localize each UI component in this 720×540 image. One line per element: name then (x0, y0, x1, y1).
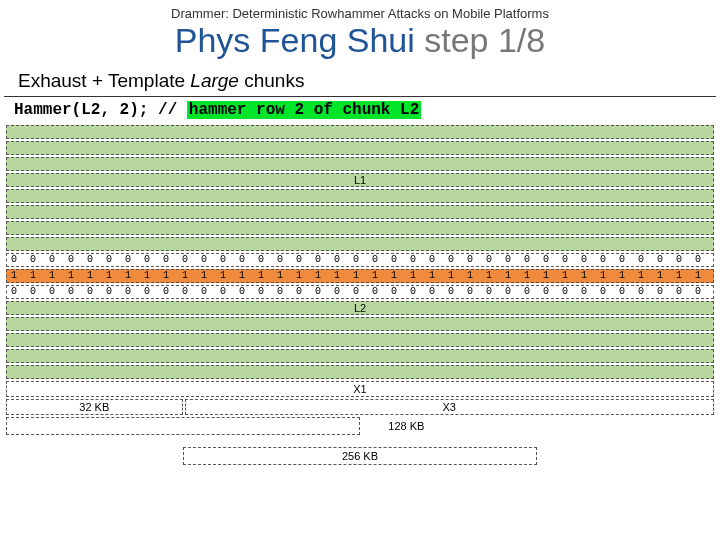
box-128kb (6, 417, 360, 435)
bits-zeros: 0 0 0 0 0 0 0 0 0 0 0 0 0 0 0 0 0 0 0 0 … (11, 254, 709, 266)
x1-label: X1 (353, 383, 366, 395)
kb256-label: 256 KB (342, 450, 378, 462)
title-blue: Phys Feng Shui (175, 21, 424, 59)
kb32-label: 32 KB (79, 401, 109, 413)
mem-row (6, 317, 714, 331)
mem-row-l1: L1 (6, 173, 714, 187)
mem-row-l2: L2 (6, 301, 714, 315)
subheading: Exhaust + Template Large chunks (4, 66, 716, 97)
row-128kb: 128 KB (6, 417, 714, 435)
title-grey: step 1/8 (424, 21, 545, 59)
mem-row (6, 237, 714, 251)
mem-row (6, 349, 714, 363)
slide-title: Phys Feng Shui step 1/8 (0, 21, 720, 66)
paper-title: Drammer: Deterministic Rowhammer Attacks… (0, 0, 720, 21)
kb128-label: 128 KB (388, 420, 424, 432)
seg-x3: X3 (185, 399, 715, 415)
l1-label: L1 (354, 174, 366, 186)
seg-32kb: 32 KB (6, 399, 183, 415)
mem-row-zeros: 0 0 0 0 0 0 0 0 0 0 0 0 0 0 0 0 0 0 0 0 … (6, 285, 714, 299)
sub-c: chunks (239, 70, 304, 91)
code-call: Hammer(L2, 2); // (14, 101, 187, 119)
sub-a: Exhaust + Template (18, 70, 190, 91)
mem-row (6, 125, 714, 139)
memory-diagram: L1 0 0 0 0 0 0 0 0 0 0 0 0 0 0 0 0 0 0 0… (6, 125, 714, 465)
mem-row (6, 205, 714, 219)
x3-row: 32 KB X3 (6, 399, 714, 415)
x3-label: X3 (443, 401, 456, 413)
l2-label: L2 (354, 302, 366, 314)
mem-row (6, 141, 714, 155)
bits-zeros: 0 0 0 0 0 0 0 0 0 0 0 0 0 0 0 0 0 0 0 0 … (11, 286, 709, 298)
sub-b: Large (190, 70, 239, 91)
mem-row-zeros: 0 0 0 0 0 0 0 0 0 0 0 0 0 0 0 0 0 0 0 0 … (6, 253, 714, 267)
mem-row (6, 365, 714, 379)
mem-row (6, 333, 714, 347)
mem-row (6, 189, 714, 203)
mem-row (6, 221, 714, 235)
bits-ones: 1 1 1 1 1 1 1 1 1 1 1 1 1 1 1 1 1 1 1 1 … (11, 270, 709, 282)
mem-row (6, 157, 714, 171)
code-line: Hammer(L2, 2); // hammer row 2 of chunk … (0, 101, 720, 125)
code-comment-highlight: hammer row 2 of chunk L2 (187, 101, 421, 119)
row-256kb: 256 KB (6, 447, 714, 465)
x1-row: X1 (6, 381, 714, 397)
box-256kb: 256 KB (183, 447, 537, 465)
mem-row-hammer: 1 1 1 1 1 1 1 1 1 1 1 1 1 1 1 1 1 1 1 1 … (6, 269, 714, 283)
